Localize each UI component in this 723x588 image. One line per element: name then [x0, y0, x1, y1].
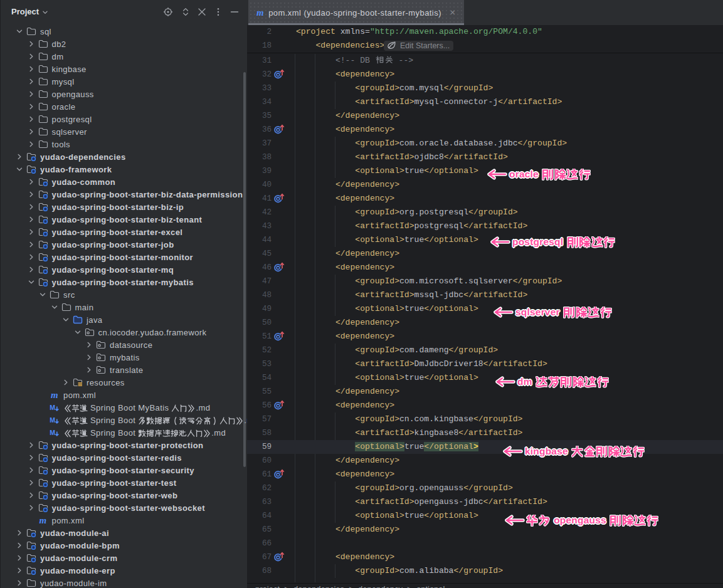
svg-text:M: M [50, 416, 55, 424]
svg-text:M: M [50, 404, 55, 411]
svg-text:M: M [50, 429, 55, 436]
